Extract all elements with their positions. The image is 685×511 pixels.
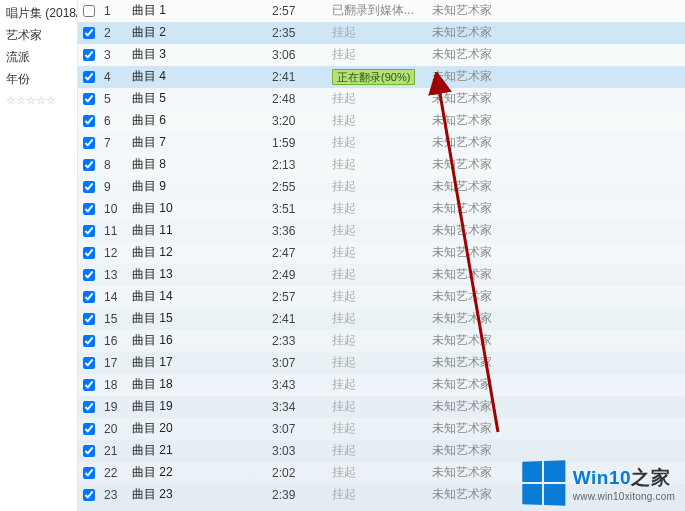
- track-title: 曲目 2: [128, 24, 268, 41]
- track-duration: 2:33: [268, 334, 328, 348]
- table-row[interactable]: 14曲目 142:57挂起未知艺术家: [78, 286, 685, 308]
- table-row[interactable]: 4曲目 42:41正在翻录(90%)未知艺术家: [78, 66, 685, 88]
- table-row[interactable]: 13曲目 132:49挂起未知艺术家: [78, 264, 685, 286]
- sidebar-item-year[interactable]: 年份: [4, 68, 77, 90]
- track-checkbox[interactable]: [83, 445, 95, 457]
- track-status: 挂起: [328, 486, 428, 503]
- track-checkbox[interactable]: [83, 313, 95, 325]
- table-row[interactable]: 12曲目 122:47挂起未知艺术家: [78, 242, 685, 264]
- track-checkbox[interactable]: [83, 159, 95, 171]
- table-row[interactable]: 16曲目 162:33挂起未知艺术家: [78, 330, 685, 352]
- track-title: 曲目 15: [128, 310, 268, 327]
- track-title: 曲目 20: [128, 420, 268, 437]
- track-number: 1: [100, 4, 128, 18]
- track-checkbox[interactable]: [83, 489, 95, 501]
- track-status: 挂起: [328, 200, 428, 217]
- track-checkbox[interactable]: [83, 423, 95, 435]
- track-status: 挂起: [328, 156, 428, 173]
- track-duration: 2:48: [268, 92, 328, 106]
- track-artist: 未知艺术家: [428, 222, 685, 239]
- track-status: 挂起: [328, 398, 428, 415]
- track-number: 10: [100, 202, 128, 216]
- track-checkbox[interactable]: [83, 379, 95, 391]
- track-number: 3: [100, 48, 128, 62]
- track-status: 挂起: [328, 112, 428, 129]
- table-row[interactable]: 21曲目 213:03挂起未知艺术家: [78, 440, 685, 462]
- track-artist: 未知艺术家: [428, 332, 685, 349]
- track-checkbox[interactable]: [83, 5, 95, 17]
- track-artist: 未知艺术家: [428, 288, 685, 305]
- table-row[interactable]: 17曲目 173:07挂起未知艺术家: [78, 352, 685, 374]
- table-row[interactable]: 9曲目 92:55挂起未知艺术家: [78, 176, 685, 198]
- track-duration: 3:07: [268, 422, 328, 436]
- track-checkbox[interactable]: [83, 291, 95, 303]
- track-duration: 3:36: [268, 224, 328, 238]
- track-number: 2: [100, 26, 128, 40]
- table-row[interactable]: 11曲目 113:36挂起未知艺术家: [78, 220, 685, 242]
- track-duration: 2:57: [268, 4, 328, 18]
- track-title: 曲目 5: [128, 90, 268, 107]
- table-row[interactable]: 7曲目 71:59挂起未知艺术家: [78, 132, 685, 154]
- table-row[interactable]: 19曲目 193:34挂起未知艺术家: [78, 396, 685, 418]
- track-status: 正在翻录(90%): [328, 69, 428, 85]
- track-number: 8: [100, 158, 128, 172]
- track-title: 曲目 18: [128, 376, 268, 393]
- track-artist: 未知艺术家: [428, 90, 685, 107]
- track-checkbox[interactable]: [83, 137, 95, 149]
- track-checkbox[interactable]: [83, 93, 95, 105]
- rating-stars[interactable]: ☆☆☆☆☆: [4, 90, 77, 111]
- table-row[interactable]: 2曲目 22:35挂起未知艺术家: [78, 22, 685, 44]
- table-row[interactable]: 10曲目 103:51挂起未知艺术家: [78, 198, 685, 220]
- track-duration: 3:20: [268, 114, 328, 128]
- table-row[interactable]: 5曲目 52:48挂起未知艺术家: [78, 88, 685, 110]
- track-checkbox[interactable]: [83, 203, 95, 215]
- table-row[interactable]: 6曲目 63:20挂起未知艺术家: [78, 110, 685, 132]
- track-number: 14: [100, 290, 128, 304]
- track-duration: 2:02: [268, 466, 328, 480]
- table-row[interactable]: 18曲目 183:43挂起未知艺术家: [78, 374, 685, 396]
- track-duration: 3:34: [268, 400, 328, 414]
- track-title: 曲目 4: [128, 68, 268, 85]
- track-status: 挂起: [328, 46, 428, 63]
- table-row[interactable]: 3曲目 33:06挂起未知艺术家: [78, 44, 685, 66]
- track-number: 22: [100, 466, 128, 480]
- track-checkbox[interactable]: [83, 357, 95, 369]
- track-artist: 未知艺术家: [428, 156, 685, 173]
- track-title: 曲目 23: [128, 486, 268, 503]
- track-status: 挂起: [328, 354, 428, 371]
- track-title: 曲目 12: [128, 244, 268, 261]
- track-status: 挂起: [328, 24, 428, 41]
- track-duration: 2:41: [268, 312, 328, 326]
- track-artist: 未知艺术家: [428, 266, 685, 283]
- track-checkbox[interactable]: [83, 269, 95, 281]
- sidebar-item-album[interactable]: 唱片集 (2018/...: [4, 2, 77, 24]
- track-checkbox[interactable]: [83, 71, 95, 83]
- track-number: 7: [100, 136, 128, 150]
- track-checkbox[interactable]: [83, 335, 95, 347]
- track-checkbox[interactable]: [83, 401, 95, 413]
- track-title: 曲目 13: [128, 266, 268, 283]
- track-title: 曲目 17: [128, 354, 268, 371]
- watermark: Win10之家 www.win10xitong.com: [521, 461, 675, 505]
- table-row[interactable]: 8曲目 82:13挂起未知艺术家: [78, 154, 685, 176]
- table-row[interactable]: 20曲目 203:07挂起未知艺术家: [78, 418, 685, 440]
- track-number: 11: [100, 224, 128, 238]
- track-checkbox[interactable]: [83, 225, 95, 237]
- track-duration: 2:35: [268, 26, 328, 40]
- sidebar-item-artist[interactable]: 艺术家: [4, 24, 77, 46]
- track-artist: 未知艺术家: [428, 244, 685, 261]
- track-checkbox[interactable]: [83, 181, 95, 193]
- track-checkbox[interactable]: [83, 49, 95, 61]
- track-checkbox[interactable]: [83, 27, 95, 39]
- track-artist: 未知艺术家: [428, 134, 685, 151]
- sidebar-item-genre[interactable]: 流派: [4, 46, 77, 68]
- table-row[interactable]: 1曲目 12:57已翻录到媒体...未知艺术家: [78, 0, 685, 22]
- track-status: 挂起: [328, 178, 428, 195]
- track-artist: 未知艺术家: [428, 46, 685, 63]
- track-checkbox[interactable]: [83, 247, 95, 259]
- table-row[interactable]: 15曲目 152:41挂起未知艺术家: [78, 308, 685, 330]
- track-checkbox[interactable]: [83, 467, 95, 479]
- track-artist: 未知艺术家: [428, 442, 685, 459]
- track-duration: 3:43: [268, 378, 328, 392]
- track-checkbox[interactable]: [83, 115, 95, 127]
